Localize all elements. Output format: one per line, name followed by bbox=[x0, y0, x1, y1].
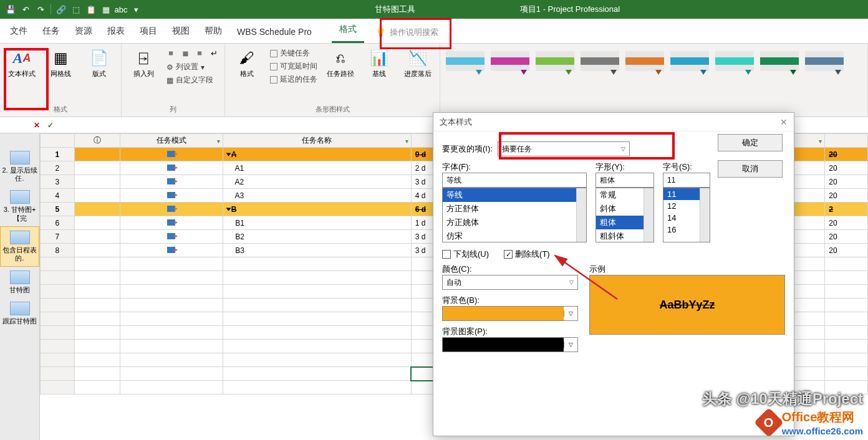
format-bar-button[interactable]: 🖌 格式 bbox=[229, 46, 265, 79]
list-item[interactable]: 粗体 bbox=[596, 216, 644, 229]
title-center: 甘特图工具 项目1 - Project Professional bbox=[147, 4, 843, 15]
font-input[interactable]: 等线 bbox=[442, 173, 587, 188]
tab-task[interactable]: 任务 bbox=[35, 21, 67, 43]
strikethrough-checkbox[interactable]: ✓删除线(T) bbox=[504, 249, 550, 260]
slippage-button[interactable]: 📉进度落后 bbox=[400, 46, 436, 79]
font-label: 字体(F): bbox=[442, 161, 587, 173]
gantt-style-swatch[interactable] bbox=[625, 51, 664, 79]
font-listbox[interactable]: 等线方正舒体方正姚体仿宋 bbox=[442, 188, 587, 242]
align-left-icon[interactable]: ≡ bbox=[164, 46, 178, 60]
custom-fields-button[interactable]: ▦自定义字段 bbox=[164, 74, 221, 86]
tab-resource[interactable]: 资源 bbox=[67, 21, 100, 43]
tab-format[interactable]: 格式 bbox=[332, 19, 364, 43]
late-tasks-checkbox[interactable]: 延迟的任务 bbox=[268, 74, 320, 85]
insert-column-button[interactable]: ⍈ 插入列 bbox=[125, 46, 162, 79]
list-item[interactable]: 方正舒体 bbox=[443, 202, 576, 216]
list-item[interactable]: 16 bbox=[663, 224, 700, 236]
task-path-icon: ⎌ bbox=[330, 47, 351, 69]
size-label: 字号(S): bbox=[663, 161, 710, 173]
wrap-text-icon[interactable]: ↵ bbox=[207, 46, 221, 60]
critical-tasks-checkbox[interactable]: 关键任务 bbox=[268, 47, 320, 59]
save-icon[interactable]: 💾 bbox=[4, 2, 17, 16]
task-path-button[interactable]: ⎌任务路径 bbox=[322, 46, 359, 79]
baseline-button[interactable]: 📊基线 bbox=[361, 46, 397, 79]
view-item[interactable]: 跟踪甘特图 bbox=[0, 298, 39, 329]
clipboard-icon[interactable]: 📋 bbox=[84, 2, 98, 16]
tab-view[interactable]: 视图 bbox=[165, 21, 197, 43]
ok-button[interactable]: 确定 bbox=[718, 134, 783, 151]
tab-report[interactable]: 报表 bbox=[100, 21, 132, 43]
col-extra[interactable] bbox=[825, 134, 868, 148]
list-item[interactable]: 方正姚体 bbox=[443, 216, 576, 229]
dialog-title: 文本样式 bbox=[440, 117, 472, 128]
tab-help[interactable]: 帮助 bbox=[197, 21, 229, 43]
group-barstyles: 🖌 格式 关键任务 可宽延时间 延迟的任务 ⎌任务路径 📊基线 📉进度落后 条形… bbox=[225, 44, 440, 117]
grid-icon[interactable]: ▦ bbox=[99, 2, 113, 16]
close-icon[interactable]: ✕ bbox=[780, 117, 788, 127]
gantt-style-swatch[interactable] bbox=[581, 51, 619, 79]
slippage-icon: 📉 bbox=[407, 47, 428, 69]
accept-entry-icon[interactable]: ✓ bbox=[44, 121, 57, 130]
tab-project[interactable]: 项目 bbox=[132, 21, 165, 43]
view-item[interactable]: 3. 甘特图+【完 bbox=[0, 186, 39, 226]
gantt-style-swatch[interactable] bbox=[491, 51, 529, 79]
list-item[interactable]: 14 bbox=[663, 212, 700, 224]
cancel-entry-icon[interactable]: ✕ bbox=[30, 121, 44, 130]
list-item[interactable]: 11 bbox=[663, 188, 700, 200]
bgcolor-label: 背景色(B): bbox=[442, 295, 578, 306]
format-bar-icon: 🖌 bbox=[236, 47, 258, 69]
baseline-icon: 📊 bbox=[369, 47, 390, 69]
cancel-button[interactable]: 取消 bbox=[718, 160, 783, 178]
group-label-barstyles: 条形图样式 bbox=[229, 103, 436, 115]
tab-file[interactable]: 文件 bbox=[2, 21, 35, 43]
align-center-icon[interactable]: ≣ bbox=[178, 46, 192, 60]
view-item[interactable]: 2. 显示后续任. bbox=[0, 147, 39, 186]
list-item[interactable]: 粗斜体 bbox=[596, 229, 644, 242]
gantt-style-swatch[interactable] bbox=[805, 51, 844, 79]
scrollbar[interactable] bbox=[644, 188, 653, 242]
office-logo-icon: O bbox=[754, 408, 784, 438]
undo-icon[interactable]: ↶ bbox=[19, 2, 32, 16]
abc-icon[interactable]: abc bbox=[114, 2, 128, 16]
col-name[interactable]: 任务名称 bbox=[223, 134, 411, 148]
col-info[interactable]: ⓘ bbox=[74, 134, 120, 148]
list-item[interactable]: 斜体 bbox=[596, 202, 644, 216]
scrollbar[interactable] bbox=[700, 188, 710, 242]
corner-cell bbox=[41, 134, 75, 148]
layout-button[interactable]: 📄 版式 bbox=[81, 46, 117, 79]
align-right-icon[interactable]: ≡ bbox=[193, 46, 206, 60]
redo-icon[interactable]: ↷ bbox=[34, 2, 47, 16]
link-icon[interactable]: 🔗 bbox=[54, 2, 68, 16]
slack-checkbox[interactable]: 可宽延时间 bbox=[268, 60, 320, 72]
scrollbar[interactable] bbox=[576, 188, 586, 242]
pattern-combo[interactable]: ▽ bbox=[442, 337, 578, 352]
style-input[interactable]: 粗体 bbox=[596, 173, 654, 188]
view-item[interactable]: 包含日程表的. bbox=[0, 226, 39, 267]
watermark: 头条 @10天精通Project O Office教程网 www.office2… bbox=[702, 389, 863, 436]
size-input[interactable]: 11 bbox=[663, 173, 710, 188]
list-item[interactable]: 常规 bbox=[596, 188, 644, 202]
gantt-style-swatch[interactable] bbox=[760, 51, 799, 79]
gantt-style-swatch[interactable] bbox=[446, 51, 485, 79]
list-item[interactable]: 12 bbox=[663, 200, 700, 212]
col-taskmode[interactable]: 任务模式 bbox=[120, 134, 223, 148]
sample-label: 示例 bbox=[589, 264, 785, 275]
text-styles-dialog: 文本样式 ✕ 确定 取消 要更改的项(I): 摘要任务▽ 字体(F): 等线 等… bbox=[433, 112, 794, 436]
list-item[interactable]: 仿宋 bbox=[443, 229, 576, 242]
style-listbox[interactable]: 常规斜体粗体粗斜体 bbox=[596, 188, 654, 242]
underline-checkbox[interactable]: 下划线(U) bbox=[442, 249, 489, 260]
column-settings-button[interactable]: ⚙列设置 ▾ bbox=[164, 61, 221, 73]
tab-wbs[interactable]: WBS Schedule Pro bbox=[229, 22, 319, 43]
list-item[interactable]: 等线 bbox=[443, 188, 576, 202]
gantt-style-swatch[interactable] bbox=[715, 51, 754, 79]
size-listbox[interactable]: 11121416 bbox=[663, 188, 710, 242]
box-icon[interactable]: ⬚ bbox=[69, 2, 83, 16]
gridlines-icon: ▦ bbox=[50, 47, 71, 69]
view-item[interactable]: 甘特图 bbox=[0, 267, 39, 298]
bgcolor-combo[interactable]: ▽ bbox=[442, 306, 578, 321]
gantt-style-swatch[interactable] bbox=[670, 51, 709, 79]
gantt-style-swatch[interactable] bbox=[536, 51, 574, 79]
qat-more-icon[interactable]: ▾ bbox=[129, 2, 143, 16]
color-combo[interactable]: 自动▽ bbox=[442, 275, 578, 290]
pattern-label: 背景图案(P): bbox=[442, 326, 578, 337]
